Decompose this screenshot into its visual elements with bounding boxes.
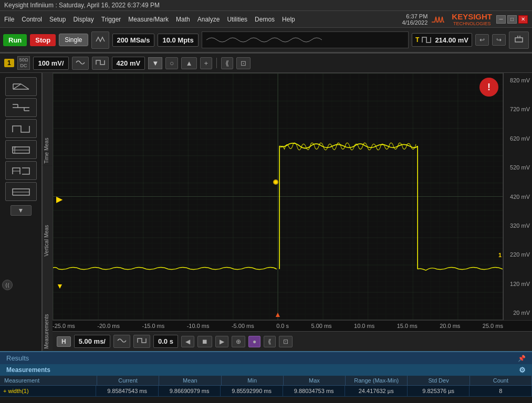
run-button[interactable]: Run	[3, 34, 27, 46]
waveform-shape-square[interactable]	[92, 57, 109, 70]
add-channel-button[interactable]: +	[200, 57, 213, 69]
invert-button[interactable]: ○	[165, 57, 178, 69]
sidebar-dropdown[interactable]: ▼	[11, 205, 32, 216]
menu-analyze[interactable]: Analyze	[197, 16, 220, 23]
probe-icon-1[interactable]	[5, 77, 37, 96]
stop-button[interactable]: Stop	[30, 34, 56, 46]
channel-scale[interactable]: 100 mV/	[33, 57, 68, 70]
waveform-svg	[53, 73, 503, 320]
cell-range: 24.417632 µs	[345, 386, 408, 396]
menu-display[interactable]: Display	[73, 16, 93, 23]
cell-stddev: 9.825376 µs	[408, 386, 470, 396]
channel-toolbar: 1 50ΩDC 100 mV/ 420 mV ▼ ○ ▲ + ⟪ ⊡	[0, 53, 532, 73]
menu-math[interactable]: Math	[176, 16, 190, 23]
undo-button[interactable]: ↩	[475, 34, 489, 46]
voltage-120: 120 mV	[506, 281, 530, 287]
time-neg25: -25.0 ms	[53, 323, 75, 329]
crop-button[interactable]: ⊡	[236, 57, 251, 69]
cell-name: + width(1)	[0, 386, 96, 396]
scope-display[interactable]: ! ▶ ▼ ▲ 1	[53, 73, 503, 320]
zoom-button[interactable]: ⊕	[232, 336, 245, 347]
scroll-left-button[interactable]: ⟨⟨	[2, 280, 13, 290]
next-button[interactable]: ▶	[215, 336, 228, 347]
time-neg20: -20.0 ms	[97, 323, 120, 329]
measurements-header: Measurements ⚙	[0, 364, 532, 376]
voltage-420: 420 mV	[506, 194, 530, 200]
waveform-display	[202, 31, 409, 48]
title-bar: Keysight Infiniium : Saturday, April 16,…	[0, 0, 532, 11]
error-button[interactable]: !	[479, 78, 498, 97]
probe-icon-2[interactable]	[5, 98, 37, 117]
collapse-button[interactable]: ⟪	[264, 336, 276, 347]
time-axis: -25.0 ms -20.0 ms -15.0 ms -10.0 ms -5.0…	[53, 320, 532, 331]
expand-button[interactable]: ▲	[181, 57, 196, 69]
voltage-scale: 820 mV 720 mV 620 mV 520 mV 420 mV 320 m…	[503, 73, 532, 320]
time-div-display[interactable]: 5.00 ms/	[74, 335, 110, 348]
menu-control[interactable]: Control	[22, 16, 42, 23]
menu-help[interactable]: Help	[282, 16, 295, 23]
stop-play-button[interactable]: ⏹	[197, 336, 212, 347]
channel-offset[interactable]: 420 mV	[112, 57, 145, 70]
header-row: File Control Setup Display Trigger Measu…	[0, 11, 532, 28]
tb-waveform-square[interactable]	[133, 335, 150, 348]
trigger-area: T 214.00 mV	[412, 33, 472, 47]
voltage-520: 520 mV	[506, 164, 530, 171]
menu-demos[interactable]: Demos	[255, 16, 275, 23]
window-controls[interactable]: ─ □ ✕	[496, 15, 528, 24]
channel-badge[interactable]: 1	[4, 59, 14, 67]
autoscale-icon[interactable]	[91, 31, 109, 49]
measurements-label: Measurements	[42, 258, 53, 351]
measurements-table: Measurement Current Mean Min Max Range (…	[0, 376, 532, 397]
menu-file[interactable]: File	[4, 16, 14, 23]
trigger-pulse-icon	[421, 35, 433, 45]
col-mean: Mean	[159, 376, 221, 385]
table-header-row: Measurement Current Mean Min Max Range (…	[0, 376, 532, 386]
ch-separator	[216, 58, 217, 68]
results-title: Results	[6, 354, 29, 362]
time-meas-label: Time Meas	[42, 73, 53, 166]
mem-depth-display: 10.0 Mpts	[158, 34, 198, 47]
snap-button[interactable]: ⊡	[279, 336, 293, 347]
probe-icon-3[interactable]	[5, 119, 37, 138]
main-area: 17 ▼ ⟨⟨ Time Meas Vertical Meas	[0, 73, 532, 351]
prev-button[interactable]: ◀	[181, 336, 194, 347]
svg-line-4	[21, 84, 29, 89]
time-ref-marker: ▲	[274, 310, 281, 319]
menu-setup[interactable]: Setup	[49, 16, 66, 23]
probe-icon-4[interactable]: 17	[5, 140, 37, 159]
brand-text: KEYSIGHT TECHNOLOGIES	[452, 12, 492, 26]
scope-inner: ! ▶ ▼ ▲ 1	[53, 73, 532, 320]
single-button[interactable]: Single	[59, 34, 88, 46]
results-header: Results 📌	[0, 352, 532, 364]
col-stddev: Std Dev	[408, 376, 470, 385]
svg-line-3	[13, 84, 21, 89]
time-neg5: -5.00 ms	[232, 323, 254, 329]
redo-button[interactable]: ↪	[492, 34, 506, 46]
results-panel: Results 📌 Measurements ⚙ Measurement Cur…	[0, 351, 532, 397]
tb-waveform-sine[interactable]	[113, 335, 130, 348]
vertical-meas-label: Vertical Meas	[42, 166, 53, 259]
time-15: 15.0 ms	[397, 323, 418, 329]
channel-coupling: 50ΩDC	[17, 56, 30, 70]
probe-icon-6[interactable]	[5, 182, 37, 201]
title-text: Keysight Infiniium : Saturday, April 16,…	[4, 2, 160, 9]
pin-icon[interactable]: 📌	[518, 355, 526, 362]
time-20: 20.0 ms	[440, 323, 460, 329]
cell-count: 8	[470, 386, 532, 396]
menu-utilities[interactable]: Utilities	[227, 16, 247, 23]
color-button[interactable]: ●	[248, 336, 260, 347]
menu-trigger[interactable]: Trigger	[101, 16, 121, 23]
gear-icon[interactable]: ⚙	[519, 366, 526, 374]
menu-measure[interactable]: Measure/Mark	[128, 16, 169, 23]
waveform-shape-sine[interactable]	[72, 57, 89, 70]
offset-dropdown[interactable]: ▼	[148, 57, 162, 69]
bottom-toolbar: H 5.00 ms/ 0.0 s ◀ ⏹ ▶ ⊕ ● ⟪ ⊡	[53, 331, 532, 351]
probe-icon-5[interactable]	[5, 161, 37, 180]
trigger-marker: ▶	[56, 194, 62, 204]
mode-display[interactable]	[509, 31, 529, 49]
svg-text:17: 17	[12, 145, 16, 150]
timebase-badge[interactable]: H	[57, 336, 71, 347]
pin-button[interactable]: ⟪	[221, 57, 233, 69]
time-offset-display[interactable]: 0.0 s	[153, 335, 178, 348]
ch1-scale-marker: 1	[498, 252, 502, 258]
